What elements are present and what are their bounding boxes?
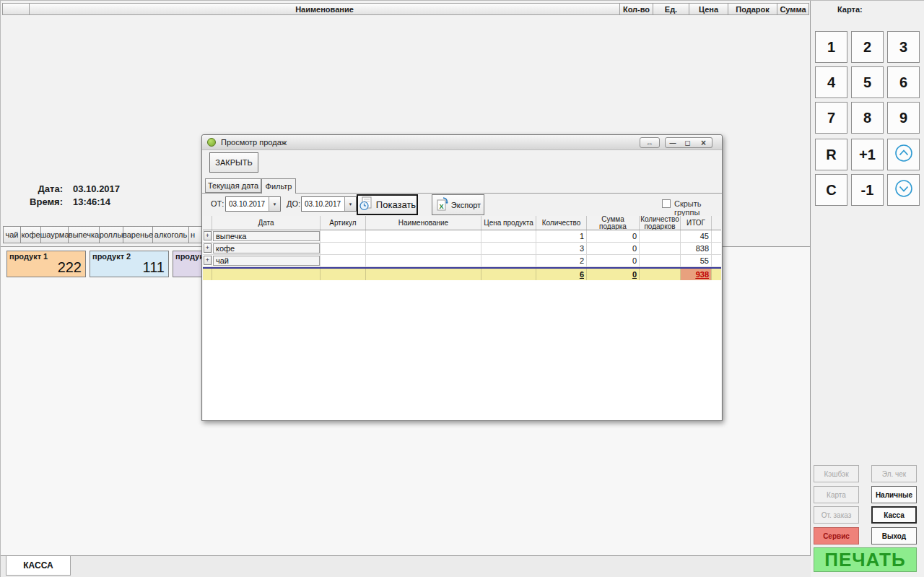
row-quantity: 2 — [536, 255, 587, 266]
col-total: ИТОГ — [681, 216, 712, 230]
bottom-tab-bar: КАССА — [1, 555, 811, 577]
summary-gift-sum: 0 — [587, 269, 640, 280]
from-date-select[interactable]: 03.10.2017 ▼ — [225, 196, 281, 212]
keypad-6[interactable]: 6 — [887, 66, 920, 98]
minimize-icon: — — [670, 139, 676, 147]
hide-groups-label: Скрыть группы — [674, 199, 722, 217]
keypad-3[interactable]: 3 — [887, 31, 920, 63]
resize-icon: ⇔ — [646, 139, 654, 147]
keypad-5[interactable]: 5 — [851, 66, 884, 98]
kassa-button[interactable]: Касса — [871, 506, 917, 524]
right-panel: Карта: 1 2 3 4 5 6 7 8 9 R +1 C -1 Кэшбэ… — [811, 1, 924, 577]
cashback-button[interactable]: Кэшбэк — [814, 465, 859, 482]
tab-filter[interactable]: Фильтр — [261, 178, 296, 194]
tab-kassa[interactable]: КАССА — [6, 556, 71, 576]
summary-total: 938 — [696, 270, 709, 279]
dropdown-arrow-icon[interactable]: ▼ — [344, 197, 356, 211]
category-tab-jam[interactable]: варенье — [123, 226, 153, 243]
close-window-button[interactable]: × — [695, 137, 712, 148]
table-row[interactable]: + кофе 3 0 838 — [203, 243, 721, 255]
svg-text:X: X — [439, 202, 443, 209]
from-label: ОТ: — [211, 199, 224, 208]
minimize-button[interactable]: — — [665, 137, 681, 148]
summary-quantity: 6 — [536, 269, 587, 280]
header-unit-column: Ед. — [653, 3, 689, 15]
row-quantity: 3 — [536, 243, 587, 254]
to-label: ДО: — [287, 199, 300, 208]
category-tab-bar: чай кофе шаурма выпечка роллы варенье ал… — [3, 226, 222, 243]
table-row[interactable]: + выпечка 1 0 45 — [203, 230, 721, 243]
keypad-7[interactable]: 7 — [815, 102, 847, 134]
keypad-r[interactable]: R — [815, 139, 847, 170]
print-button[interactable]: ПЕЧАТЬ — [814, 547, 917, 572]
col-gift-sum: Сумма подарка — [587, 216, 640, 230]
header-qty-column: Кол-во — [620, 3, 653, 15]
app-icon — [207, 138, 216, 147]
scroll-up-button[interactable] — [887, 139, 920, 170]
keypad-1[interactable]: 1 — [815, 31, 847, 63]
export-button[interactable]: X Экспорт — [432, 194, 484, 215]
keypad-plus-one[interactable]: +1 — [851, 139, 884, 170]
date-value: 03.10.2017 — [73, 183, 120, 194]
cash-pay-button[interactable]: Наличные — [871, 486, 917, 503]
header-gift-column: Подарок — [728, 3, 777, 15]
header-sum-column: Сумма — [777, 3, 809, 15]
product-button-1[interactable]: продукт 1 222 — [6, 251, 86, 277]
row-total: 55 — [681, 255, 712, 266]
sales-table: Дата Артикул Наименование Цена продукта … — [203, 216, 721, 420]
close-icon: × — [701, 138, 706, 148]
dropdown-arrow-icon[interactable]: ▼ — [269, 197, 280, 211]
date-time-block: Дата: 03.10.2017 Время: 13:46:14 — [21, 183, 120, 209]
category-tab-pastry[interactable]: выпечка — [69, 226, 100, 243]
product-button-2[interactable]: продукт 2 111 — [90, 251, 169, 277]
category-tab-coffee[interactable]: кофе — [21, 226, 41, 243]
resize-button[interactable]: ⇔ — [640, 137, 660, 148]
hide-groups-checkbox[interactable] — [662, 199, 671, 208]
col-product-price: Цена продукта — [481, 216, 536, 230]
category-tab-rolls[interactable]: роллы — [100, 226, 123, 243]
header-marker-column — [2, 3, 30, 15]
time-label: Время: — [21, 196, 63, 207]
card-label: Карта: — [837, 5, 863, 14]
chevron-down-circle-icon — [893, 178, 915, 203]
row-gift-sum: 0 — [587, 255, 640, 266]
card-pay-button[interactable]: Карта — [814, 486, 859, 503]
col-article: Артикул — [321, 216, 366, 230]
expand-row-button[interactable]: + — [204, 231, 212, 240]
dialog-title: Просмотр продаж — [221, 138, 287, 147]
exit-button[interactable]: Выход — [871, 527, 917, 545]
group-name: кофе — [213, 243, 320, 253]
tab-current-date[interactable]: Текущая дата — [205, 178, 261, 193]
category-tab-shawarma[interactable]: шаурма — [41, 226, 69, 243]
col-date: Дата — [212, 216, 321, 230]
to-date-select[interactable]: 03.10.2017 ▼ — [301, 196, 357, 212]
pos-application: Наименование Кол-во Ед. Цена Подарок Сум… — [0, 0, 924, 577]
keypad-2[interactable]: 2 — [851, 31, 884, 63]
table-row[interactable]: + чай 2 0 55 — [203, 255, 721, 267]
maximize-icon: ◻ — [684, 139, 690, 147]
deferred-order-button[interactable]: От. заказ — [814, 506, 859, 524]
keypad-8[interactable]: 8 — [851, 102, 884, 134]
row-total: 45 — [681, 230, 712, 242]
show-button[interactable]: Показать — [357, 194, 418, 215]
expand-row-button[interactable]: + — [204, 243, 212, 253]
close-dialog-button[interactable]: ЗАКРЫТЬ — [209, 152, 258, 173]
group-name: чай — [213, 256, 320, 266]
keypad-c[interactable]: C — [815, 174, 847, 206]
expand-row-button[interactable]: + — [204, 256, 212, 265]
dialog-titlebar[interactable]: Просмотр продаж ⇔ — ◻ × — [202, 135, 722, 150]
row-gift-sum: 0 — [587, 243, 640, 254]
sales-table-header: Дата Артикул Наименование Цена продукта … — [203, 216, 721, 230]
maximize-button[interactable]: ◻ — [680, 137, 696, 148]
e-check-button[interactable]: Эл. чек — [871, 465, 917, 482]
row-quantity: 1 — [536, 230, 587, 242]
service-button[interactable]: Сервис — [814, 527, 859, 545]
keypad-4[interactable]: 4 — [815, 66, 847, 98]
category-tab-alcohol[interactable]: алкоголь — [153, 226, 189, 243]
keypad-minus-one[interactable]: -1 — [851, 174, 884, 206]
keypad-9[interactable]: 9 — [887, 102, 920, 134]
category-tab-tea[interactable]: чай — [3, 226, 21, 243]
scroll-down-button[interactable] — [887, 174, 920, 206]
header-name-column: Наименование — [30, 3, 620, 15]
row-gift-sum: 0 — [587, 230, 640, 242]
